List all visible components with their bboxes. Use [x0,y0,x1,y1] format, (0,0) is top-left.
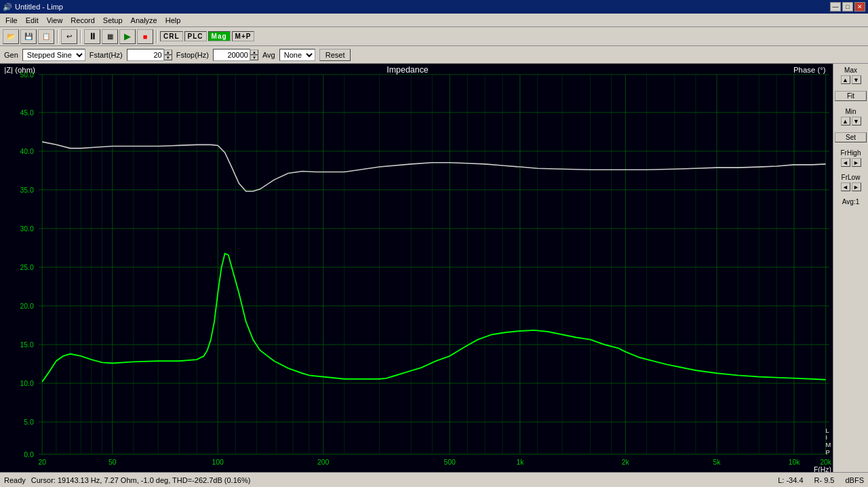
titlebar: 🔊 Untitled - Limp — □ ✕ [0,0,868,14]
svg-text:10k: 10k [789,459,800,466]
toolbar-sep1 [57,30,58,43]
r-label: R- [814,476,823,484]
statusbar-right: L: -34.4 R- 9.5 dBFS [778,476,864,484]
reset-button[interactable]: Reset [319,49,351,61]
generator-select[interactable]: Stepped Sine Sine MLS [22,49,85,61]
min-label: Min [835,108,867,115]
svg-text:40.0: 40.0 [20,148,34,155]
frlow-right-button[interactable]: ► [852,182,861,191]
maximize-button[interactable]: □ [842,2,853,12]
svg-text:25.0: 25.0 [20,264,34,271]
play-button[interactable]: ▶ [119,29,136,44]
max-down-button[interactable]: ▼ [852,75,861,84]
svg-text:|Z| (ohm): |Z| (ohm) [4,66,35,74]
svg-text:0.0: 0.0 [24,451,34,459]
fstart-spinner[interactable]: ▲ ▼ [164,50,172,60]
stop-button[interactable]: ■ [137,29,153,44]
close-button[interactable]: ✕ [854,2,865,12]
svg-text:5.0: 5.0 [24,418,34,426]
min-arrows: ▲ ▼ [835,117,867,125]
svg-text:200: 200 [317,459,329,466]
frhigh-label: FrHigh [835,149,867,157]
frhigh-right-button[interactable]: ► [852,158,861,167]
svg-text:100: 100 [212,459,224,466]
svg-text:1k: 1k [516,459,524,466]
titlebar-title: 🔊 Untitled - Limp [3,3,63,12]
frlow-arrows: ◄ ► [835,182,867,191]
svg-text:20: 20 [38,459,46,466]
level-label: L: [778,476,784,484]
menu-record[interactable]: Record [66,15,98,26]
menu-help[interactable]: Help [161,15,185,26]
svg-text:45.0: 45.0 [20,109,34,117]
r-display: R- 9.5 [814,476,835,484]
svg-text:500: 500 [444,459,456,466]
toolbar: 📂 💾 📋 ↩ ⏸ ▦ ▶ ■ CRL PLC Mag M+P [0,27,868,46]
max-up-button[interactable]: ▲ [841,75,850,84]
menu-file[interactable]: File [1,15,22,26]
svg-text:Impedance: Impedance [387,65,429,75]
open-button[interactable]: 📂 [3,29,19,44]
svg-text:F(Hz): F(Hz) [814,466,831,472]
svg-text:20k: 20k [820,459,831,466]
right-panel: Max ▲ ▼ Fit Min ▲ ▼ Set FrHigh ◄ ► FrLow… [833,64,868,472]
r-value: 9.5 [824,476,834,484]
menu-setup[interactable]: Setup [99,15,127,26]
svg-text:30.0: 30.0 [20,225,34,233]
toolbar-sep2 [80,30,81,43]
fstop-up[interactable]: ▲ [250,50,258,55]
frhigh-arrows: ◄ ► [835,158,867,167]
chart-container[interactable]: .grid-line { stroke: #004400; stroke-wid… [0,64,833,472]
crl-label[interactable]: CRL [160,31,183,41]
svg-text:Phase (°): Phase (°) [793,66,826,74]
avg-value-label: Avg:1 [835,198,867,206]
dbfs-label: dBFS [845,476,864,484]
undo-button[interactable]: ↩ [61,29,77,44]
svg-text:M: M [826,441,831,448]
grid-button[interactable]: ▦ [102,29,118,44]
fstart-down[interactable]: ▼ [164,55,172,60]
frlow-label: FrLow [835,174,867,181]
menubar: File Edit View Record Setup Analyze Help [0,14,868,27]
mp-label[interactable]: M+P [232,31,255,41]
frlow-left-button[interactable]: ◄ [841,182,850,191]
max-label: Max [835,66,867,74]
fstop-spinner[interactable]: ▲ ▼ [250,50,258,60]
app-icon: 🔊 [3,3,12,12]
save-button[interactable]: 💾 [20,29,37,44]
fstop-input[interactable] [213,49,250,61]
svg-text:2k: 2k [622,459,630,466]
mag-label[interactable]: Mag [208,31,231,41]
copy-button[interactable]: 📋 [38,29,54,44]
toolbar-sep3 [156,30,157,43]
svg-text:20.0: 20.0 [20,303,34,310]
min-up-button[interactable]: ▲ [841,117,850,125]
svg-rect-0 [0,64,833,472]
app-title: Untitled - Limp [15,3,63,11]
fstop-down[interactable]: ▼ [250,55,258,60]
cursor-info: Cursor: 19143.13 Hz, 7.27 Ohm, -1.0 deg,… [31,476,251,484]
menu-edit[interactable]: Edit [22,15,43,26]
set-button[interactable]: Set [835,132,867,142]
svg-text:10.0: 10.0 [20,380,34,387]
chart-svg: .grid-line { stroke: #004400; stroke-wid… [0,64,833,472]
menu-analyze[interactable]: Analyze [127,15,161,26]
level-display: L: -34.4 [778,476,803,484]
svg-text:P: P [826,448,830,456]
fstart-up[interactable]: ▲ [164,50,172,55]
min-down-button[interactable]: ▼ [852,117,861,125]
svg-text:35.0: 35.0 [20,187,34,194]
svg-text:I: I [826,433,828,441]
fit-button[interactable]: Fit [835,91,867,101]
avg-select[interactable]: None 2 4 8 [279,49,315,61]
fstart-input[interactable] [127,49,164,61]
menu-view[interactable]: View [43,15,67,26]
avg-label: Avg [262,51,275,59]
minimize-button[interactable]: — [830,2,841,12]
genbar: Gen Stepped Sine Sine MLS Fstart(Hz) ▲ ▼… [0,46,868,64]
fstop-label: Fstop(Hz) [176,51,209,59]
plc-label[interactable]: PLC [184,31,207,41]
frhigh-left-button[interactable]: ◄ [841,158,850,167]
svg-text:5k: 5k [713,459,722,466]
pause-button[interactable]: ⏸ [84,29,100,44]
